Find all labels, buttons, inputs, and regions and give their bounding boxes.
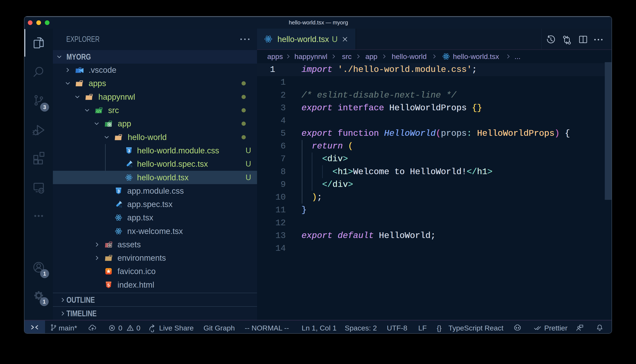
svg-text:3: 3 [128,148,130,153]
svg-text:TS: TS [119,205,122,208]
svg-text:TS: TS [129,164,133,168]
svg-text:5: 5 [107,283,110,288]
svg-text:3: 3 [117,189,120,194]
